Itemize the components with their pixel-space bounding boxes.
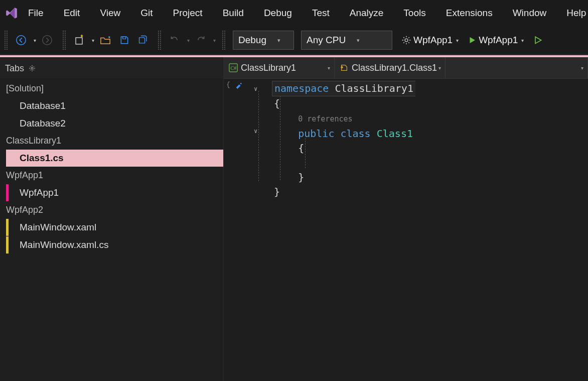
sidebar-item[interactable]: MainWindow.xaml bbox=[6, 219, 223, 236]
run-target-label: WpfApp1 bbox=[479, 35, 518, 46]
sidebar-item[interactable]: Database1 bbox=[6, 97, 223, 114]
nav-back-dropdown-icon[interactable]: ▾ bbox=[34, 38, 36, 43]
svg-text:C#: C# bbox=[231, 65, 237, 71]
toolbar-grip bbox=[62, 30, 66, 50]
save-all-button[interactable] bbox=[135, 32, 152, 48]
nav-forward-button bbox=[39, 32, 55, 48]
editor-scope-member-dropdown[interactable]: ClassLibrary1.Class1 ▾ bbox=[335, 57, 446, 78]
solution-platform-value: Any CPU bbox=[307, 35, 346, 46]
svg-rect-2 bbox=[76, 38, 82, 44]
sidebar-item[interactable]: WpfApp1 bbox=[6, 184, 223, 201]
sidebar-group-header[interactable]: ClassLibrary1 bbox=[0, 133, 223, 149]
menu-tools[interactable]: Tools bbox=[393, 0, 435, 26]
editor-scope-project-dropdown[interactable]: C# ClassLibrary1 ▾ bbox=[224, 57, 335, 78]
editor-gutter bbox=[224, 79, 267, 381]
play-outline-icon bbox=[533, 35, 543, 45]
sidebar-group-header[interactable]: [Solution] bbox=[0, 80, 223, 97]
menu-debug[interactable]: Debug bbox=[254, 0, 302, 26]
menu-edit[interactable]: Edit bbox=[54, 0, 90, 26]
startup-project-selector[interactable]: WpfApp1 ▾ bbox=[401, 35, 459, 46]
svg-point-0 bbox=[17, 36, 26, 45]
vs-logo-icon bbox=[5, 7, 18, 20]
sidebar-group-header[interactable]: WpfApp2 bbox=[0, 202, 223, 218]
menu-help[interactable]: Help bbox=[556, 0, 588, 26]
code-editor: C# ClassLibrary1 ▾ ClassLibrary1.Class1 … bbox=[224, 57, 588, 381]
redo-button bbox=[193, 32, 209, 48]
undo-dropdown-icon[interactable]: ▾ bbox=[187, 38, 190, 43]
menu-build[interactable]: Build bbox=[213, 0, 254, 26]
gear-icon[interactable] bbox=[28, 64, 36, 72]
toolbar-grip bbox=[158, 30, 162, 50]
menu-test[interactable]: Test bbox=[302, 0, 340, 26]
new-item-button[interactable] bbox=[71, 32, 87, 48]
menu-bar: FileEditViewGitProjectBuildDebugTestAnal… bbox=[0, 0, 588, 26]
svg-point-1 bbox=[43, 36, 52, 45]
nav-back-button[interactable] bbox=[13, 32, 29, 48]
start-debugging-button[interactable]: WpfApp1 ▾ bbox=[468, 35, 524, 46]
redo-dropdown-icon[interactable]: ▾ bbox=[213, 38, 216, 43]
tabs-sidebar: Tabs [Solution]Database1Database2ClassLi… bbox=[0, 57, 224, 381]
menu-view[interactable]: View bbox=[90, 0, 130, 26]
fold-toggle[interactable]: ∨ bbox=[254, 124, 257, 139]
fold-toggle[interactable]: ∨ bbox=[254, 82, 257, 96]
sidebar-item[interactable]: Class1.cs bbox=[6, 150, 223, 167]
menu-git[interactable]: Git bbox=[130, 0, 163, 26]
class-icon bbox=[340, 63, 349, 72]
open-file-button[interactable] bbox=[97, 32, 113, 48]
scope-project-label: ClassLibrary1 bbox=[241, 63, 296, 73]
main-toolbar: ▾ ▾ ▾ ▾ Debug▾ Any CPU▾ WpfApp1 ▾ WpfApp… bbox=[0, 26, 588, 55]
toolbar-grip bbox=[4, 30, 8, 50]
svg-point-4 bbox=[405, 39, 408, 42]
indent-guide bbox=[258, 91, 259, 181]
csharp-icon: C# bbox=[229, 63, 238, 72]
editor-nav-bar: C# ClassLibrary1 ▾ ClassLibrary1.Class1 … bbox=[224, 57, 588, 79]
play-icon bbox=[468, 36, 477, 45]
menu-project[interactable]: Project bbox=[163, 0, 213, 26]
editor-scope-method-dropdown[interactable]: ▾ bbox=[446, 57, 588, 78]
sidebar-group-header[interactable]: WpfApp1 bbox=[0, 167, 223, 184]
new-item-dropdown-icon[interactable]: ▾ bbox=[92, 38, 94, 43]
scope-member-label: ClassLibrary1.Class1 bbox=[352, 63, 437, 73]
solution-config-dropdown[interactable]: Debug▾ bbox=[233, 31, 294, 50]
sidebar-item[interactable]: MainWindow.xaml.cs bbox=[6, 236, 223, 253]
solution-platform-dropdown[interactable]: Any CPU▾ bbox=[301, 31, 392, 50]
code-content[interactable]: namespace ClassLibrary1 { 0 references p… bbox=[274, 81, 415, 199]
startup-project-label: WpfApp1 bbox=[413, 35, 453, 46]
sidebar-title: Tabs bbox=[5, 63, 24, 74]
gear-icon bbox=[401, 35, 411, 45]
start-without-debugging-button[interactable] bbox=[530, 32, 546, 48]
menu-window[interactable]: Window bbox=[503, 0, 557, 26]
save-button[interactable] bbox=[116, 32, 132, 48]
menu-analyze[interactable]: Analyze bbox=[340, 0, 394, 26]
menu-extensions[interactable]: Extensions bbox=[436, 0, 503, 26]
undo-button bbox=[167, 32, 183, 48]
svg-point-5 bbox=[31, 67, 33, 69]
screwdriver-icon[interactable] bbox=[235, 81, 242, 89]
sidebar-item[interactable]: Database2 bbox=[6, 115, 223, 132]
solution-config-value: Debug bbox=[238, 35, 266, 46]
menu-file[interactable]: File bbox=[18, 0, 54, 26]
sidebar-header: Tabs bbox=[0, 58, 223, 78]
brace-icon bbox=[227, 81, 234, 89]
code-area[interactable]: ∨ ∨ namespace ClassLibrary1 { 0 referenc… bbox=[224, 79, 588, 381]
toolbar-grip bbox=[222, 30, 226, 50]
